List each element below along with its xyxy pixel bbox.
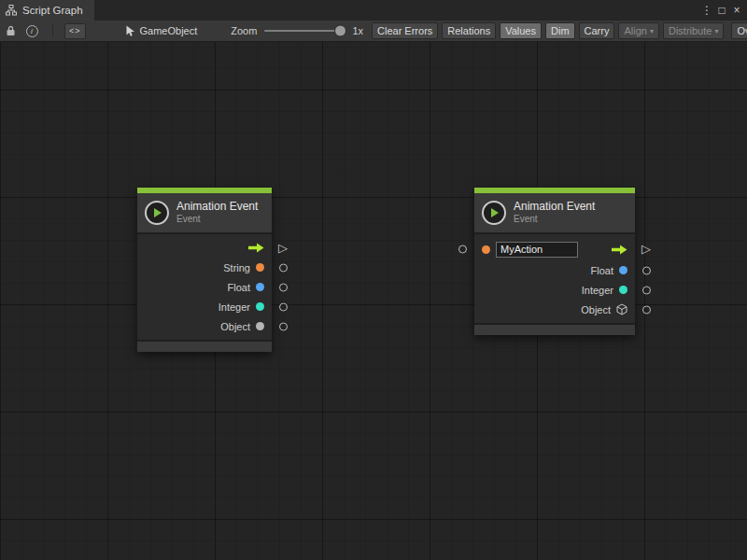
action-name-input[interactable] [496, 242, 578, 258]
port-label: Float [591, 265, 613, 276]
string-output-port[interactable] [279, 263, 288, 272]
window-controls: ⋮ □ × [699, 0, 747, 21]
zoom-handle[interactable] [334, 25, 346, 37]
zoom-value: 1x [352, 25, 363, 36]
integer-dot-icon [619, 286, 627, 294]
relations-button[interactable]: Relations [442, 22, 496, 39]
node-subtitle: Event [514, 214, 595, 225]
code-button[interactable]: <> [64, 23, 86, 39]
gameobject-label: GameObject [140, 25, 198, 36]
node-body: ▷ Float Integer Object [474, 232, 635, 323]
node-header[interactable]: Animation Event Event [474, 193, 635, 232]
script-graph-icon [6, 5, 17, 16]
clear-errors-button[interactable]: Clear Errors [372, 22, 438, 39]
maximize-button[interactable]: □ [714, 0, 729, 21]
align-button[interactable]: Align ▾ [618, 22, 658, 39]
chevron-down-icon: ▾ [650, 27, 654, 35]
action-name-row: ▷ [474, 238, 635, 260]
port-label: Integer [218, 301, 250, 313]
zoom-label: Zoom [231, 25, 257, 36]
integer-dot-icon [256, 302, 264, 311]
float-dot-icon [619, 266, 627, 274]
object-dot-icon [256, 322, 264, 330]
tab-bar: Script Graph ⋮ □ × [0, 0, 747, 21]
graph-canvas[interactable]: Animation Event Event ▷ String Floa [0, 42, 747, 560]
tab-script-graph[interactable]: Script Graph [0, 0, 94, 21]
float-port-row: Float [137, 277, 272, 297]
info-button[interactable]: i [24, 23, 39, 38]
float-dot-icon [256, 283, 264, 291]
node-subtitle: Event [176, 214, 258, 225]
cube-icon [616, 303, 627, 315]
script-graph-window: Script Graph ⋮ □ × i <> GameObject [0, 0, 747, 560]
overview-button[interactable]: Overv [731, 22, 747, 39]
node-body: ▷ String Float Integer [137, 232, 272, 340]
info-icon: i [26, 25, 38, 37]
flow-output-port[interactable]: ▷ [278, 242, 288, 254]
string-port-row: String [137, 258, 272, 277]
lock-button[interactable] [3, 23, 18, 38]
integer-output-port[interactable] [642, 286, 651, 294]
node-footer [474, 323, 635, 335]
chevron-down-icon: ▾ [714, 27, 718, 35]
tab-title: Script Graph [22, 5, 83, 16]
toolbar-divider [52, 24, 53, 37]
flow-arrow-icon [248, 243, 264, 253]
port-label: Float [228, 282, 250, 293]
animation-event-node-1[interactable]: Animation Event Event ▷ String Floa [137, 188, 272, 352]
window-menu-button[interactable]: ⋮ [699, 0, 714, 21]
integer-output-port[interactable] [279, 302, 288, 311]
event-play-icon [482, 201, 506, 225]
code-icon: <> [69, 26, 81, 35]
float-output-port[interactable] [642, 266, 651, 274]
float-port-row: Float [474, 260, 635, 280]
flow-port-row: ▷ [137, 238, 272, 258]
object-port-row: Object [137, 316, 272, 336]
values-button[interactable]: Values [500, 22, 542, 39]
dim-button[interactable]: Dim [545, 22, 575, 39]
animation-event-node-2[interactable]: Animation Event Event ▷ Float [474, 188, 635, 335]
node-title: Animation Event [514, 200, 595, 213]
float-output-port[interactable] [279, 283, 288, 291]
gameobject-indicator[interactable]: GameObject [125, 25, 198, 37]
zoom-slider[interactable] [264, 30, 345, 32]
string-dot-icon [482, 245, 490, 254]
object-output-port[interactable] [279, 322, 288, 330]
distribute-button[interactable]: Distribute ▾ [663, 22, 724, 39]
port-label: String [223, 262, 250, 273]
node-header[interactable]: Animation Event Event [137, 193, 272, 232]
port-label: Integer [582, 285, 613, 296]
node-footer [137, 340, 272, 352]
action-input-port[interactable] [458, 245, 467, 254]
object-port-row: Object [474, 300, 635, 319]
object-output-port[interactable] [642, 305, 651, 314]
node-title: Animation Event [176, 200, 258, 213]
event-play-icon [145, 201, 169, 225]
port-label: Object [581, 304, 611, 315]
string-dot-icon [256, 263, 264, 272]
integer-port-row: Integer [137, 297, 272, 316]
graph-toolbar: i <> GameObject Zoom 1x Clear Errors Rel… [0, 21, 747, 42]
flow-output-port[interactable]: ▷ [641, 243, 651, 255]
close-button[interactable]: × [729, 0, 744, 21]
lock-icon [6, 25, 16, 36]
integer-port-row: Integer [474, 280, 635, 300]
port-label: Object [220, 321, 250, 332]
flow-arrow-icon [612, 245, 627, 255]
carry-button[interactable]: Carry [579, 22, 615, 39]
cursor-icon [125, 25, 135, 37]
